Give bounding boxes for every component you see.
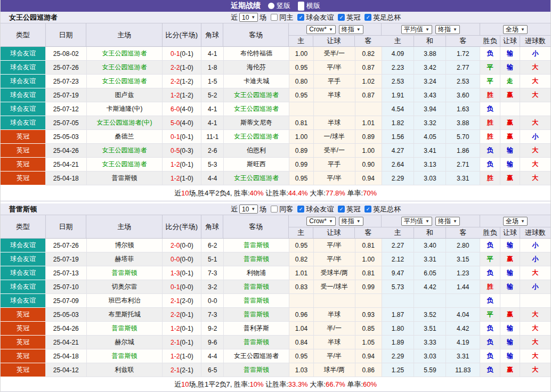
home-team[interactable]: 布里斯托城 bbox=[87, 308, 163, 322]
crow-handicap bbox=[314, 102, 355, 116]
away-team[interactable]: 女王公园巡游者 bbox=[224, 172, 289, 185]
home-team[interactable]: 女王公园巡游者(中) bbox=[87, 116, 163, 130]
crow-handicap: 平/半 bbox=[314, 239, 355, 252]
away-team[interactable]: 斯旺西 bbox=[224, 158, 289, 172]
crow-home-odds: 0.96 bbox=[289, 308, 314, 322]
away-team[interactable]: 斯蒂文尼奇 bbox=[224, 116, 289, 130]
away-team[interactable]: 女王公园巡游者 bbox=[224, 102, 289, 116]
league-checkbox-球会友谊[interactable]: ✓ bbox=[297, 14, 304, 21]
home-team[interactable]: 桑德兰 bbox=[87, 130, 163, 144]
match-date: 25-04-18 bbox=[46, 349, 87, 363]
match-type-badge: 英冠 bbox=[1, 322, 46, 336]
home-team[interactable]: 图卢兹 bbox=[87, 88, 163, 102]
away-team[interactable]: 伯恩利 bbox=[224, 144, 289, 158]
home-team[interactable]: 赫塔菲 bbox=[87, 252, 163, 266]
score-fulltime: 0-1 bbox=[171, 50, 180, 58]
layout-radio-竖版[interactable]: 竖版 bbox=[268, 1, 290, 11]
result-handicap: 输 bbox=[500, 322, 520, 336]
avg-source-select[interactable]: 平均值▼ bbox=[401, 217, 432, 226]
odds-time-select[interactable]: 终指▼ bbox=[339, 25, 363, 34]
avg-away-odds: 3.88 bbox=[446, 116, 480, 130]
radio-button-icon[interactable] bbox=[268, 3, 274, 9]
summary-label: 单率: bbox=[345, 380, 363, 389]
col-header-handicap-result: 让球 bbox=[500, 36, 520, 46]
home-team[interactable]: 卡斯迪隆(中) bbox=[87, 102, 163, 116]
avg-source-select[interactable]: 平均值▼ bbox=[401, 25, 432, 34]
avg-draw-odds: 6.05 bbox=[414, 266, 446, 280]
home-team[interactable]: 普雷斯顿 bbox=[87, 266, 163, 280]
col-header-odds-away: 客 bbox=[355, 36, 382, 46]
home-team[interactable]: 女王公园巡游者 bbox=[87, 144, 163, 158]
match-date: 25-07-05 bbox=[46, 116, 87, 130]
league-checkbox-英足总杯[interactable]: ✓ bbox=[364, 206, 371, 213]
home-team[interactable]: 赫尔城 bbox=[87, 336, 163, 349]
home-team[interactable]: 女王公园巡游者 bbox=[87, 158, 163, 172]
odds-source-select[interactable]: Crow*▼ bbox=[306, 25, 336, 34]
period-select[interactable]: 全场▼ bbox=[503, 25, 528, 34]
match-type-badge: 英冠 bbox=[1, 172, 46, 185]
score-cell: 0-0(0-0) bbox=[163, 252, 201, 266]
away-team[interactable]: 女王公园巡游者 bbox=[224, 88, 289, 102]
league-checkbox-球会友谊[interactable]: ✓ bbox=[297, 206, 304, 213]
home-team[interactable]: 班巴布利治 bbox=[87, 294, 163, 308]
home-team[interactable]: 利兹联 bbox=[87, 363, 163, 377]
same-venue-checkbox[interactable] bbox=[271, 206, 278, 213]
home-team[interactable]: 普雷斯顿 bbox=[87, 322, 163, 336]
away-team[interactable]: 普雷斯顿 bbox=[224, 252, 289, 266]
result-winlose: 负 bbox=[480, 336, 500, 349]
away-team[interactable]: 普雷斯顿 bbox=[224, 280, 289, 294]
period-select[interactable]: 全场▼ bbox=[503, 217, 528, 226]
avg-home-odds: 4.09 bbox=[382, 47, 415, 61]
home-team[interactable]: 女王公园巡游者 bbox=[87, 61, 163, 75]
away-team[interactable]: 卡迪夫城 bbox=[224, 75, 289, 88]
avg-time-select[interactable]: 终指▼ bbox=[435, 25, 460, 34]
result-handicap: 输 bbox=[500, 61, 520, 75]
away-team[interactable]: 普雷斯顿 bbox=[224, 239, 289, 252]
league-checkbox-英冠[interactable]: ✓ bbox=[338, 206, 345, 213]
match-date: 25-07-23 bbox=[46, 75, 87, 88]
away-team[interactable]: 普雷斯顿 bbox=[224, 336, 289, 349]
result-winlose: 负 bbox=[480, 322, 500, 336]
score-halftime: (0-1) bbox=[180, 161, 193, 168]
score-cell: 0-1(0-0) bbox=[163, 280, 201, 294]
col-header-odds-away: 客 bbox=[355, 227, 382, 238]
recent-games-select[interactable]: 10▼ bbox=[239, 13, 258, 22]
score-cell: 0-1(0-1) bbox=[163, 130, 201, 144]
odds-time-select[interactable]: 终指▼ bbox=[339, 217, 363, 226]
avg-group: 平均值▼ 终指▼ 主 和 客 bbox=[382, 215, 480, 238]
same-venue-checkbox[interactable] bbox=[271, 14, 278, 21]
league-checkbox-英冠[interactable]: ✓ bbox=[338, 14, 345, 21]
summary-label: 近 bbox=[174, 189, 181, 198]
away-team[interactable]: 普雷斯顿 bbox=[224, 294, 289, 308]
home-team[interactable]: 普雷斯顿 bbox=[87, 349, 163, 363]
layout-radio-横版[interactable]: 横版 bbox=[298, 1, 320, 11]
crow-handicap: 半球 bbox=[314, 116, 355, 130]
away-team[interactable]: 普雷斯顿 bbox=[224, 363, 289, 377]
away-team[interactable]: 女王公园巡游者 bbox=[224, 130, 289, 144]
away-team[interactable]: 普雷斯顿 bbox=[224, 308, 289, 322]
radio-button-icon[interactable] bbox=[298, 2, 304, 11]
away-team[interactable]: 普利茅斯 bbox=[224, 322, 289, 336]
away-team[interactable]: 女王公园巡游者 bbox=[224, 349, 289, 363]
stats-summary: 近10场,胜1平2负7, 胜率:10% 让胜率:33.3% 大率:66.7% 单… bbox=[1, 377, 550, 392]
away-team[interactable]: 布伦特福德 bbox=[224, 47, 289, 61]
away-team[interactable]: 利物浦 bbox=[224, 266, 289, 280]
chevron-down-icon: ▼ bbox=[329, 27, 333, 32]
col-header-winlose: 胜负 bbox=[480, 227, 500, 238]
home-team[interactable]: 女王公园巡游者 bbox=[87, 47, 163, 61]
avg-source-value: 平均值 bbox=[404, 25, 423, 34]
away-team[interactable]: 海伦芬 bbox=[224, 61, 289, 75]
league-checkbox-英足总杯[interactable]: ✓ bbox=[364, 14, 371, 21]
home-team[interactable]: 女王公园巡游者 bbox=[87, 75, 163, 88]
match-row: 球会友谊 25-07-19 赫塔菲 0-0(0-0) 5-1 普雷斯顿 0.82… bbox=[1, 252, 550, 266]
home-team[interactable]: 切奥尔雷 bbox=[87, 280, 163, 294]
match-row: 英冠 25-04-18 普雷斯顿 1-2(1-0) 4-4 女王公园巡游者 0.… bbox=[1, 349, 550, 363]
recent-games-select[interactable]: 10▼ bbox=[239, 205, 258, 214]
summary-label: 单率: bbox=[345, 189, 363, 198]
home-team[interactable]: 博尔顿 bbox=[87, 239, 163, 252]
home-team[interactable]: 普雷斯顿 bbox=[87, 172, 163, 185]
avg-home-odds: 1.56 bbox=[382, 130, 415, 144]
avg-time-select[interactable]: 终指▼ bbox=[435, 217, 460, 226]
summary-label: 大率: bbox=[308, 189, 326, 198]
odds-source-select[interactable]: Crow*▼ bbox=[306, 217, 336, 226]
